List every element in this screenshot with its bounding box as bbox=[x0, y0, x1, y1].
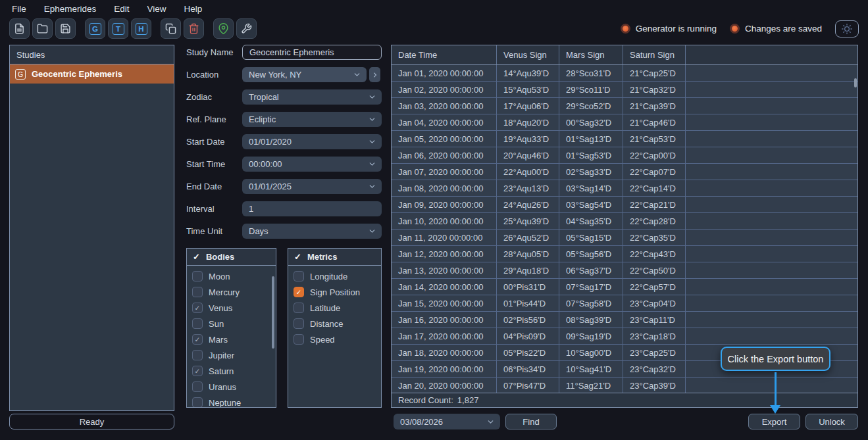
metrics-item-distance[interactable]: Distance bbox=[288, 316, 381, 331]
table-row[interactable]: Jan 10, 2020 00:00:0025°Aqu39'D04°Sag35'… bbox=[392, 213, 857, 230]
form-row-end-date: End Date01/01/2025 bbox=[186, 179, 397, 194]
find-button[interactable]: Find bbox=[505, 414, 557, 429]
heliocentric-mode-button[interactable]: H bbox=[131, 18, 151, 39]
table-cell: Jan 19, 2020 00:00:00 bbox=[392, 361, 497, 377]
column-header-venus-sign[interactable]: Venus Sign bbox=[497, 45, 559, 64]
table-row[interactable]: Jan 12, 2020 00:00:0028°Aqu05'D05°Sag56'… bbox=[392, 246, 857, 262]
table-row[interactable]: Jan 13, 2020 00:00:0029°Aqu18'D06°Sag37'… bbox=[392, 262, 857, 279]
find-date-select[interactable]: 03/08/2026 bbox=[394, 414, 500, 429]
table-row[interactable]: Jan 14, 2020 00:00:0000°Pis31'D07°Sag17'… bbox=[392, 279, 857, 295]
table-cell: Jan 08, 2020 00:00:00 bbox=[392, 180, 497, 196]
bodies-item-uranus[interactable]: Uranus bbox=[187, 379, 276, 395]
map-pin-icon bbox=[218, 23, 229, 34]
topocentric-mode-button[interactable]: T bbox=[108, 18, 128, 39]
checkbox-uranus[interactable] bbox=[192, 381, 203, 392]
bodies-item-jupiter[interactable]: Jupiter bbox=[187, 347, 276, 363]
bodies-item-mercury[interactable]: Mercury bbox=[187, 284, 276, 300]
select-end-date[interactable]: 01/01/2025 bbox=[242, 179, 382, 194]
bodies-header[interactable]: ✓ Bodies bbox=[187, 249, 276, 266]
form-row-study-name: Study NameGeocentric Ephemeris bbox=[186, 45, 397, 60]
metrics-item-speed[interactable]: Speed bbox=[288, 331, 381, 347]
select-start-date[interactable]: 01/01/2020 bbox=[242, 134, 382, 149]
table-row[interactable]: Jan 05, 2020 00:00:0019°Aqu33'D01°Sag13'… bbox=[392, 131, 857, 147]
settings-button[interactable] bbox=[236, 18, 257, 39]
checkbox-neptune[interactable] bbox=[192, 397, 203, 408]
checkbox-distance[interactable] bbox=[294, 318, 304, 329]
select-ref-plane[interactable]: Ecliptic bbox=[242, 112, 382, 127]
bodies-item-saturn[interactable]: ✓Saturn bbox=[187, 363, 276, 379]
input-study-name[interactable]: Geocentric Ephemeris bbox=[242, 45, 382, 60]
table-row[interactable]: Jan 17, 2020 00:00:0004°Pis09'D09°Sag19'… bbox=[392, 328, 857, 345]
study-item-geocentric-ephemeris[interactable]: G Geocentric Ephemeris bbox=[10, 64, 174, 84]
metrics-item-longitude[interactable]: Longitude bbox=[288, 268, 381, 284]
column-header-date-time[interactable]: Date Time bbox=[392, 45, 497, 64]
mode-button-group: G T H bbox=[85, 18, 151, 39]
checkbox-jupiter[interactable] bbox=[192, 350, 203, 360]
export-button[interactable]: Export bbox=[748, 414, 800, 429]
menu-view[interactable]: View bbox=[147, 4, 166, 14]
bodies-item-moon[interactable]: Moon bbox=[187, 268, 276, 284]
table-cell: 23°Aqu13'D bbox=[497, 180, 559, 196]
checkbox-sun[interactable] bbox=[192, 318, 203, 329]
table-cell: 07°Pis47'D bbox=[497, 378, 559, 393]
table-row[interactable]: Jan 04, 2020 00:00:0018°Aqu20'D00°Sag32'… bbox=[392, 114, 857, 131]
bodies-item-venus[interactable]: ✓Venus bbox=[187, 300, 276, 316]
table-row[interactable]: Jan 20, 2020 00:00:0007°Pis47'D11°Sag21'… bbox=[392, 378, 857, 394]
metrics-header[interactable]: ✓ Metrics bbox=[288, 249, 381, 266]
checkbox-mercury[interactable] bbox=[192, 287, 203, 297]
open-button[interactable] bbox=[32, 18, 53, 39]
checkbox-moon[interactable] bbox=[192, 271, 203, 281]
location-detail-button[interactable] bbox=[369, 67, 380, 82]
new-study-button[interactable] bbox=[9, 18, 30, 39]
menu-ephemerides[interactable]: Ephemerides bbox=[44, 4, 97, 14]
table-row[interactable]: Jan 15, 2020 00:00:0001°Pis44'D07°Sag58'… bbox=[392, 295, 857, 312]
metrics-item-latitude[interactable]: Latitude bbox=[288, 300, 381, 316]
table-row[interactable]: Jan 01, 2020 00:00:0014°Aqu39'D28°Sco31'… bbox=[392, 65, 857, 82]
select-location[interactable]: New York, NY bbox=[242, 67, 367, 82]
metrics-item-sign-position[interactable]: ✓Sign Position bbox=[288, 284, 381, 300]
unlock-button[interactable]: Unlock bbox=[805, 414, 858, 429]
column-header-saturn-sign[interactable]: Saturn Sign bbox=[623, 45, 686, 64]
menu-help[interactable]: Help bbox=[184, 4, 203, 14]
save-button[interactable] bbox=[55, 18, 76, 39]
delete-button[interactable] bbox=[184, 18, 204, 39]
checkbox-latitude[interactable] bbox=[294, 303, 304, 313]
table-row[interactable]: Jan 08, 2020 00:00:0023°Aqu13'D03°Sag14'… bbox=[392, 180, 857, 197]
checkbox-venus[interactable]: ✓ bbox=[192, 303, 203, 313]
menu-file[interactable]: File bbox=[12, 4, 26, 14]
bodies-scrollbar[interactable] bbox=[272, 276, 274, 349]
table-cell: 00°Pis31'D bbox=[497, 279, 559, 295]
bodies-item-mars[interactable]: ✓Mars bbox=[187, 331, 276, 347]
bodies-item-sun[interactable]: Sun bbox=[187, 316, 276, 331]
table-row[interactable]: Jan 02, 2020 00:00:0015°Aqu53'D29°Sco11'… bbox=[392, 82, 857, 98]
checkbox-speed[interactable] bbox=[294, 334, 304, 345]
table-row[interactable]: Jan 07, 2020 00:00:0022°Aqu00'D02°Sag33'… bbox=[392, 164, 857, 180]
checkbox-mars[interactable]: ✓ bbox=[192, 334, 203, 345]
table-cell: 20°Aqu46'D bbox=[497, 147, 559, 163]
table-row[interactable]: Jan 09, 2020 00:00:0024°Aqu26'D03°Sag54'… bbox=[392, 197, 857, 213]
table-scrollbar[interactable] bbox=[854, 78, 857, 87]
table-row[interactable]: Jan 06, 2020 00:00:0020°Aqu46'D01°Sag53'… bbox=[392, 147, 857, 164]
copy-button[interactable] bbox=[161, 18, 181, 39]
find-date-value: 03/08/2026 bbox=[400, 417, 443, 427]
menu-edit[interactable]: Edit bbox=[114, 4, 129, 14]
theme-toggle-button[interactable] bbox=[835, 20, 859, 37]
table-row[interactable]: Jan 16, 2020 00:00:0002°Pis56'D08°Sag39'… bbox=[392, 312, 857, 328]
select-start-time[interactable]: 00:00:00 bbox=[242, 157, 382, 172]
column-header-mars-sign[interactable]: Mars Sign bbox=[559, 45, 623, 64]
table-cell: Jan 20, 2020 00:00:00 bbox=[392, 378, 497, 393]
checkbox-sign-position[interactable]: ✓ bbox=[294, 287, 304, 297]
checkbox-saturn[interactable]: ✓ bbox=[192, 366, 203, 376]
bodies-item-neptune[interactable]: Neptune bbox=[187, 395, 276, 408]
input-interval[interactable]: 1 bbox=[242, 201, 382, 216]
table-cell: Jan 11, 2020 00:00:00 bbox=[392, 230, 497, 245]
table-row[interactable]: Jan 11, 2020 00:00:0026°Aqu52'D05°Sag15'… bbox=[392, 230, 857, 246]
geocentric-mode-button[interactable]: G bbox=[85, 18, 105, 39]
select-zodiac[interactable]: Tropical bbox=[242, 89, 382, 105]
select-time-unit[interactable]: Days bbox=[242, 224, 382, 239]
generator-status-label: Generator is running bbox=[636, 24, 717, 34]
table-row[interactable]: Jan 03, 2020 00:00:0017°Aqu06'D29°Sco52'… bbox=[392, 98, 857, 114]
location-button[interactable] bbox=[213, 18, 234, 39]
checkbox-longitude[interactable] bbox=[294, 271, 304, 281]
table-cell bbox=[686, 65, 857, 81]
